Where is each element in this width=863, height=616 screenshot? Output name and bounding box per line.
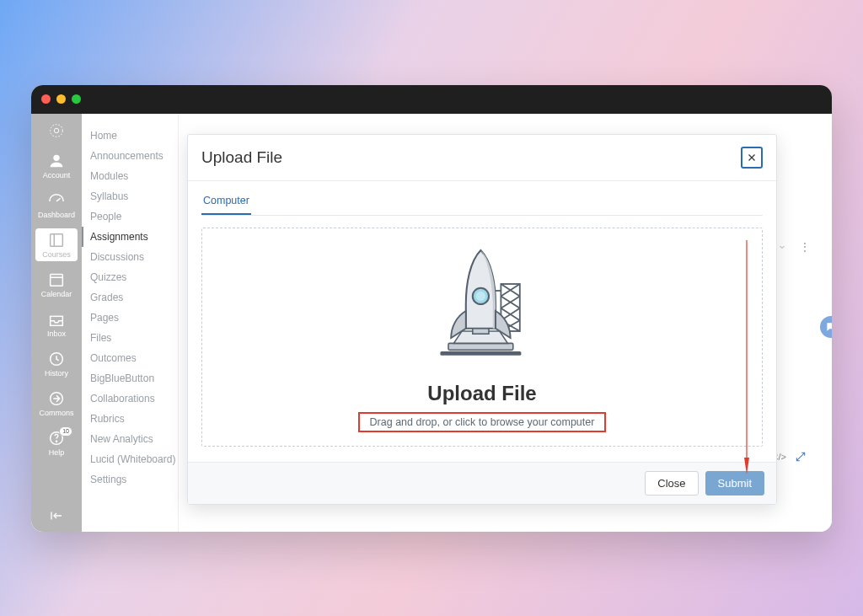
course-nav-item[interactable]: Files xyxy=(82,328,178,348)
upload-file-modal: Upload File Computer xyxy=(187,134,777,505)
gauge-icon xyxy=(47,191,66,210)
brand-icon xyxy=(47,121,66,140)
course-nav-item[interactable]: Modules xyxy=(82,166,178,186)
window-close-dot[interactable] xyxy=(41,94,51,104)
kebab-icon[interactable]: ⋮ xyxy=(799,240,812,254)
nav-label: Help xyxy=(49,449,65,457)
course-nav: Home Announcements Modules Syllabus Peop… xyxy=(82,114,179,532)
svg-point-1 xyxy=(54,128,59,133)
dropzone-title: Upload File xyxy=(427,382,536,405)
course-nav-item[interactable]: Collaborations xyxy=(82,388,178,409)
nav-dashboard[interactable]: Dashboard xyxy=(35,189,78,222)
svg-rect-3 xyxy=(51,233,63,246)
nav-help[interactable]: 10 Help xyxy=(35,426,78,459)
dropzone-subtitle: Drag and drop, or click to browse your c… xyxy=(358,412,607,432)
nav-account[interactable]: Account xyxy=(35,149,78,182)
expand-icon[interactable] xyxy=(795,451,807,463)
modal-title: Upload File xyxy=(201,148,282,167)
calendar-icon xyxy=(47,271,66,289)
nav-brand[interactable] xyxy=(35,119,78,142)
svg-rect-16 xyxy=(473,328,489,333)
svg-point-15 xyxy=(476,291,485,300)
chat-icon xyxy=(825,321,832,333)
course-nav-item[interactable]: Rubrics xyxy=(82,409,178,429)
svg-rect-12 xyxy=(448,343,513,350)
course-nav-item[interactable]: Announcements xyxy=(82,146,178,166)
nav-collapse[interactable] xyxy=(49,510,64,532)
close-icon xyxy=(747,153,757,163)
upload-dropzone[interactable]: Upload File Drag and drop, or click to b… xyxy=(201,228,763,447)
close-button[interactable]: Close xyxy=(645,471,698,495)
inbox-icon xyxy=(47,310,66,329)
nav-label: History xyxy=(45,370,68,378)
svg-point-2 xyxy=(53,154,59,160)
nav-label: Account xyxy=(43,172,71,179)
course-nav-item-active[interactable]: Assignments xyxy=(82,227,178,247)
course-nav-item[interactable]: BigBlueButton xyxy=(82,368,178,388)
course-nav-item[interactable]: Home xyxy=(82,126,178,146)
tab-computer[interactable]: Computer xyxy=(201,190,251,215)
course-nav-item[interactable]: Outcomes xyxy=(82,348,178,368)
rocket-illustration xyxy=(415,237,549,380)
global-nav: Account Dashboard Courses Calendar Inbox… xyxy=(31,114,82,532)
course-nav-item[interactable]: Quizzes xyxy=(82,267,178,287)
window-max-dot[interactable] xyxy=(72,94,81,104)
nav-commons[interactable]: Commons xyxy=(35,387,78,420)
share-icon xyxy=(47,389,66,408)
user-icon xyxy=(47,152,66,170)
app-root: Account Dashboard Courses Calendar Inbox… xyxy=(31,114,832,532)
book-icon xyxy=(47,231,66,249)
nav-label: Courses xyxy=(42,251,71,259)
modal-tabs: Computer xyxy=(201,190,763,216)
nav-courses[interactable]: Courses xyxy=(35,228,78,261)
submit-button[interactable]: Submit xyxy=(705,471,764,495)
modal-footer: Close Submit xyxy=(188,462,776,504)
nav-inbox[interactable]: Inbox xyxy=(35,308,78,340)
nav-label: Dashboard xyxy=(38,212,75,219)
course-nav-item[interactable]: Settings xyxy=(82,469,178,490)
modal-header: Upload File xyxy=(188,135,776,181)
collapse-icon xyxy=(49,510,64,522)
nav-label: Calendar xyxy=(41,291,72,298)
svg-point-0 xyxy=(51,124,63,137)
course-nav-item[interactable]: Pages xyxy=(82,308,178,328)
svg-rect-4 xyxy=(51,274,63,286)
course-nav-item[interactable]: People xyxy=(82,206,178,227)
clock-icon xyxy=(47,350,66,368)
browser-window: Account Dashboard Courses Calendar Inbox… xyxy=(31,85,832,532)
svg-point-9 xyxy=(56,441,56,442)
browser-titlebar xyxy=(31,85,832,114)
course-nav-item[interactable]: New Analytics xyxy=(82,429,178,449)
chevron-down-icon xyxy=(777,242,787,252)
svg-rect-11 xyxy=(440,351,521,356)
modal-close-button[interactable] xyxy=(741,147,763,169)
nav-history[interactable]: History xyxy=(35,347,78,380)
course-nav-item[interactable]: Syllabus xyxy=(82,186,178,206)
nav-label: Inbox xyxy=(47,330,66,338)
course-nav-item[interactable]: Discussions xyxy=(82,247,178,267)
nav-calendar[interactable]: Calendar xyxy=(35,268,78,301)
modal-body: Computer xyxy=(188,181,776,462)
window-min-dot[interactable] xyxy=(56,94,66,104)
course-nav-item[interactable]: Grades xyxy=(82,287,178,308)
nav-label: Commons xyxy=(39,410,73,417)
course-nav-item[interactable]: Lucid (Whiteboard) xyxy=(82,449,178,469)
rocket-icon xyxy=(415,237,549,372)
help-badge: 10 xyxy=(59,426,72,437)
